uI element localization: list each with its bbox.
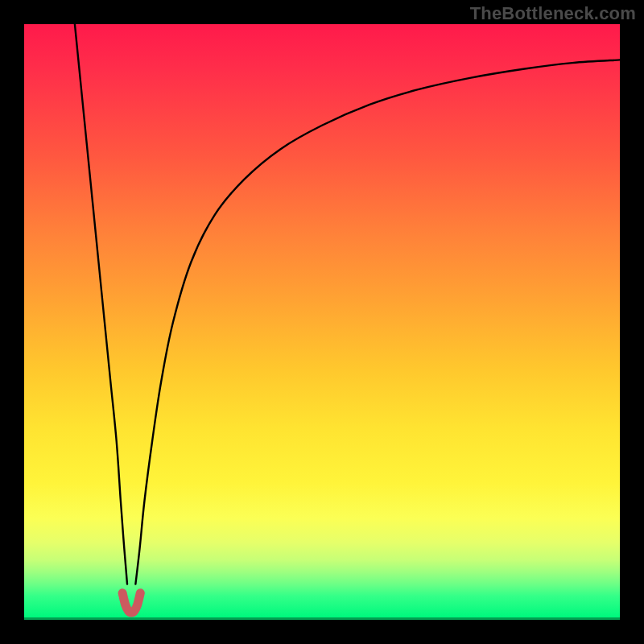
chart-frame: TheBottleneck.com xyxy=(0,0,644,644)
bottom-edge-strip xyxy=(24,617,620,620)
watermark-text: TheBottleneck.com xyxy=(470,3,636,24)
heat-gradient-background xyxy=(24,24,620,620)
plot-area xyxy=(24,24,620,620)
